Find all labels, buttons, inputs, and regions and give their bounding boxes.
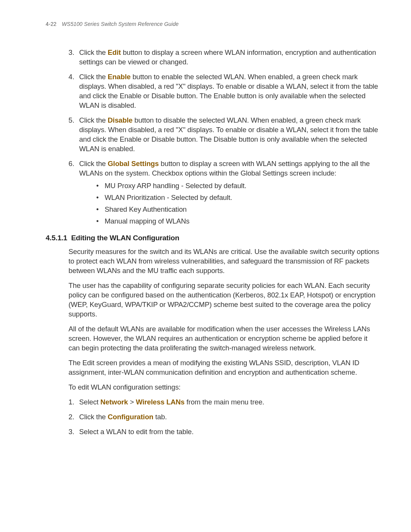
list-item: 5. Click the Disable button to disable t…: [68, 116, 381, 154]
bullet-item: WLAN Prioritization - Selected by defaul…: [96, 193, 381, 203]
paragraph: All of the default WLANs are available f…: [68, 324, 381, 353]
disable-link: Disable: [108, 116, 132, 124]
section-number: 4.5.1.1: [46, 234, 67, 242]
list-item: 6. Click the Global Settings button to d…: [68, 159, 381, 226]
list-number: 3.: [68, 48, 74, 58]
text: Select a WLAN to edit from the table.: [79, 428, 194, 436]
wireless-lans-link: Wireless LANs: [136, 398, 185, 406]
section-title: Editing the WLAN Configuration: [71, 234, 179, 242]
text: Select: [79, 398, 100, 406]
doc-title: WS5100 Series Switch System Reference Gu…: [62, 21, 178, 27]
global-settings-link: Global Settings: [108, 160, 159, 168]
list-item: 1. Select Network > Wireless LANs from t…: [68, 398, 381, 407]
list-item: 3. Select a WLAN to edit from the table.: [68, 427, 381, 437]
text: Click the: [79, 160, 108, 168]
list-item: 2. Click the Configuration tab.: [68, 412, 381, 422]
numbered-list-2: 1. Select Network > Wireless LANs from t…: [68, 398, 381, 437]
paragraph: To edit WLAN configuration settings:: [68, 383, 381, 392]
network-link: Network: [100, 398, 128, 406]
bullet-list: MU Proxy ARP handling - Selected by defa…: [96, 181, 381, 226]
enable-link: Enable: [108, 73, 131, 81]
list-item: 3. Click the Edit button to display a sc…: [68, 48, 381, 67]
text: from the main menu tree.: [185, 398, 264, 406]
list-number: 2.: [68, 412, 74, 422]
section-heading: 4.5.1.1 Editing the WLAN Configuration: [46, 233, 381, 243]
text: Click the: [79, 48, 108, 56]
text: button to display a screen where WLAN in…: [79, 48, 376, 66]
bullet-item: Manual mapping of WLANs: [96, 217, 381, 226]
text: tab.: [153, 413, 167, 421]
list-number: 6.: [68, 159, 74, 169]
text: >: [128, 398, 136, 406]
bullet-item: Shared Key Authentication: [96, 205, 381, 214]
paragraph: The Edit screen provides a mean of modif…: [68, 358, 381, 377]
page-header: 4-22 WS5100 Series Switch System Referen…: [46, 21, 381, 27]
bullet-item: MU Proxy ARP handling - Selected by defa…: [96, 181, 381, 191]
text: Click the: [79, 413, 108, 421]
text: Click the: [79, 73, 108, 81]
list-number: 3.: [68, 427, 74, 437]
configuration-link: Configuration: [108, 413, 153, 421]
text: Click the: [79, 116, 108, 124]
page-number: 4-22: [46, 21, 56, 27]
page-container: 4-22 WS5100 Series Switch System Referen…: [0, 0, 411, 532]
list-number: 4.: [68, 72, 74, 82]
page-content: 3. Click the Edit button to display a sc…: [68, 48, 381, 437]
paragraph: The user has the capability of configuri…: [68, 281, 381, 319]
numbered-list-1: 3. Click the Edit button to display a sc…: [68, 48, 381, 226]
list-number: 1.: [68, 398, 74, 407]
edit-link: Edit: [108, 48, 121, 56]
list-number: 5.: [68, 116, 74, 125]
paragraph: Security measures for the switch and its…: [68, 247, 381, 276]
list-item: 4. Click the Enable button to enable the…: [68, 72, 381, 110]
